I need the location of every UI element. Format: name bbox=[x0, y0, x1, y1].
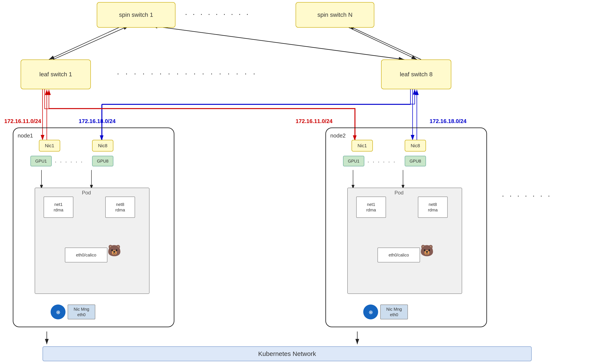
svg-line-8 bbox=[349, 26, 421, 59]
subnet-red-node1: 172.16.11.0/24 bbox=[4, 118, 41, 125]
pod-node2: Pod net1rdma net8rdma eth0/calico 🐻 bbox=[347, 188, 462, 294]
net1-rdma-node1: net1rdma bbox=[44, 197, 73, 218]
net8-rdma-node2: net8rdma bbox=[418, 197, 448, 218]
calico-icon-node1: 🐻 bbox=[107, 245, 121, 256]
subnet-blue-node2: 172.16.18.0/24 bbox=[430, 118, 467, 125]
gpu1-node1: GPU1 bbox=[30, 156, 52, 166]
pod-label-node2: Pod bbox=[394, 190, 404, 196]
node1-label: node1 bbox=[18, 132, 33, 139]
k8s-icon-node2: ⎈ bbox=[363, 305, 378, 319]
nic1-node1: Nic1 bbox=[39, 140, 60, 152]
k8s-icon-node1: ⎈ bbox=[51, 305, 66, 319]
gpu1-node2: GPU1 bbox=[343, 156, 364, 166]
eth0-calico-node2: eth0/calico bbox=[378, 248, 420, 262]
svg-line-10 bbox=[152, 26, 406, 60]
spin-switch-1: spin switch 1 bbox=[97, 2, 175, 28]
spin-switch-dots: · · · · · · · · · bbox=[185, 10, 250, 19]
net1-rdma-node2: net1rdma bbox=[356, 197, 386, 218]
nic-mng-node2: Nic Mngeth0 bbox=[380, 305, 408, 319]
net8-rdma-node1: net8rdma bbox=[105, 197, 135, 218]
node2-label: node2 bbox=[330, 132, 346, 139]
pod-node1: Pod net1rdma net8rdma eth0/calico 🐻 bbox=[35, 188, 150, 294]
leaf-switch-8: leaf switch 8 bbox=[381, 59, 451, 89]
subnet-blue-node1: 172.16.18.0/24 bbox=[79, 118, 116, 125]
svg-line-7 bbox=[344, 26, 417, 59]
nic8-node2: Nic8 bbox=[405, 140, 426, 152]
eth0-calico-node1: eth0/calico bbox=[65, 248, 107, 262]
node2-container: node2 Nic1 Nic8 GPU1 GPU8 · · · · · · Po… bbox=[325, 127, 487, 327]
svg-line-5 bbox=[49, 26, 123, 59]
gpu-dots-node1: · · · · · · bbox=[55, 159, 83, 165]
gpu8-node1: GPU8 bbox=[92, 156, 113, 166]
subnet-red-node2: 172.16.11.0/24 bbox=[296, 118, 333, 125]
right-dots: · · · · · · · bbox=[502, 191, 552, 200]
nic8-node1: Nic8 bbox=[92, 140, 113, 152]
gpu8-node2: GPU8 bbox=[405, 156, 426, 166]
svg-line-6 bbox=[53, 26, 129, 59]
leaf-switch-1: leaf switch 1 bbox=[21, 59, 91, 89]
kubernetes-network: Kubernetes Network bbox=[42, 346, 532, 361]
node1-container: node1 Nic1 Nic8 GPU1 GPU8 · · · · · · Po… bbox=[13, 127, 174, 327]
svg-line-9 bbox=[149, 26, 404, 59]
calico-icon-node2: 🐻 bbox=[420, 245, 434, 256]
nic-mng-node1: Nic Mngeth0 bbox=[68, 305, 95, 319]
spin-switch-n: spin switch N bbox=[296, 2, 374, 28]
leaf-switch-dots: · · · · · · · · · · · · · · · · · bbox=[117, 69, 257, 78]
gpu-dots-node2: · · · · · · bbox=[368, 159, 396, 165]
nic1-node2: Nic1 bbox=[351, 140, 373, 152]
pod-label-node1: Pod bbox=[82, 190, 91, 196]
